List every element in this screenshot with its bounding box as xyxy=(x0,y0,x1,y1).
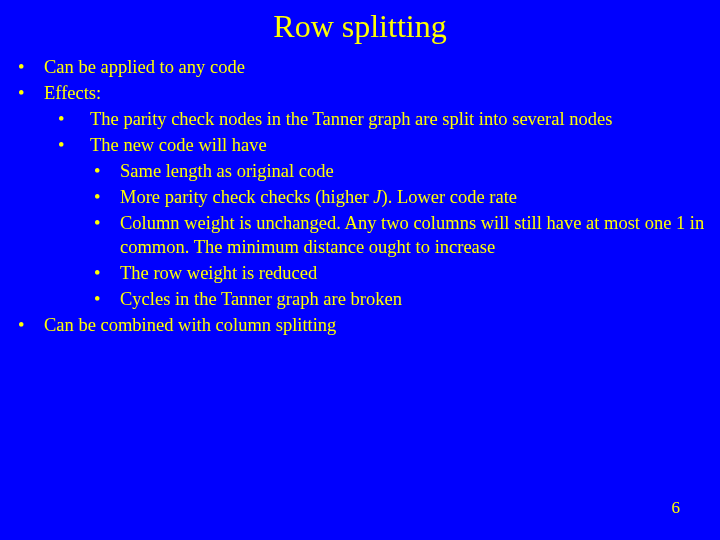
list-text: Effects: xyxy=(44,81,706,105)
slide-body: • Can be applied to any code • Effects: … xyxy=(0,55,720,338)
list-item: • Can be combined with column splitting xyxy=(14,313,706,337)
list-item: • Can be applied to any code xyxy=(14,55,706,79)
page-number: 6 xyxy=(672,498,681,518)
list-item: • Column weight is unchanged. Any two co… xyxy=(90,211,706,259)
bullet-icon: • xyxy=(14,55,44,79)
list-text: More parity check checks (higher J). Low… xyxy=(120,185,706,209)
bullet-icon: • xyxy=(44,107,90,131)
list-text: Same length as original code xyxy=(120,159,706,183)
list-text: The parity check nodes in the Tanner gra… xyxy=(90,107,706,131)
bullet-icon: • xyxy=(90,185,120,209)
list-item: • The row weight is reduced xyxy=(90,261,706,285)
bullet-icon: • xyxy=(90,159,120,183)
list-text: Can be applied to any code xyxy=(44,55,706,79)
list-item: • Same length as original code xyxy=(90,159,706,183)
list-text: The new code will have xyxy=(90,133,706,157)
bullet-icon: • xyxy=(90,211,120,259)
bullet-icon: • xyxy=(90,287,120,311)
bullet-icon: • xyxy=(14,313,44,337)
bullet-icon: • xyxy=(90,261,120,285)
list-item: • The new code will have xyxy=(44,133,706,157)
list-text: Column weight is unchanged. Any two colu… xyxy=(120,211,706,259)
list-item: • Cycles in the Tanner graph are broken xyxy=(90,287,706,311)
bullet-icon: • xyxy=(44,133,90,157)
list-text: Cycles in the Tanner graph are broken xyxy=(120,287,706,311)
bullet-icon: • xyxy=(14,81,44,105)
list-text: Can be combined with column splitting xyxy=(44,313,706,337)
slide-title: Row splitting xyxy=(0,0,720,55)
list-item: • The parity check nodes in the Tanner g… xyxy=(44,107,706,131)
list-item: • More parity check checks (higher J). L… xyxy=(90,185,706,209)
list-text: The row weight is reduced xyxy=(120,261,706,285)
list-item: • Effects: xyxy=(14,81,706,105)
